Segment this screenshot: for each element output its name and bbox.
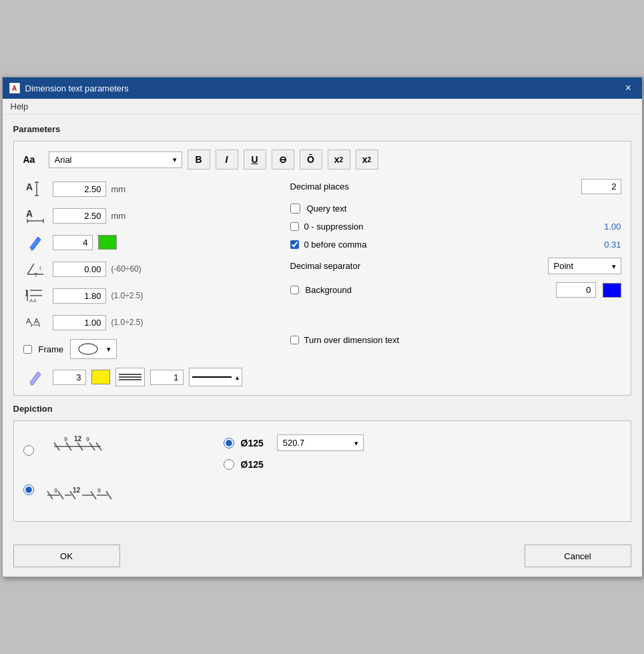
width-input[interactable] — [53, 208, 106, 224]
depiction-radio-3[interactable] — [224, 438, 234, 448]
pen-row — [23, 232, 277, 252]
depiction-left: 9 12 9 — [23, 434, 210, 513]
decimal-places-input[interactable] — [581, 179, 621, 194]
depiction-title: Depiction — [13, 404, 631, 414]
svg-point-25 — [79, 344, 97, 354]
background-checkbox[interactable] — [290, 286, 299, 294]
char-spacing-input[interactable] — [53, 315, 106, 330]
query-text-checkbox[interactable] — [290, 204, 300, 214]
overline-button[interactable]: Ō — [300, 149, 322, 170]
angle-icon: T I — [23, 259, 47, 279]
svg-text:9: 9 — [97, 487, 101, 494]
pen2-icon — [23, 367, 47, 387]
svg-line-9 — [27, 264, 34, 274]
depiction-right-row-2: Ø125 — [224, 459, 621, 470]
frame-shape-select[interactable]: ▾ — [70, 339, 117, 359]
background-row: Background — [290, 282, 621, 298]
depiction-right: Ø125 520.7 100.0 250.0 Ø125 — [224, 434, 621, 513]
line-spacing-range: (1.0÷2.5) — [111, 291, 143, 300]
decimal-separator-wrap: Point Comma — [548, 258, 621, 274]
depiction-row-2: 9 12 — [23, 474, 210, 505]
decimal-separator-select[interactable]: Point Comma — [548, 258, 621, 274]
depiction-radio-4[interactable] — [224, 459, 234, 470]
line-spacing-row: A A (1.0÷2.5) — [23, 286, 277, 306]
depiction-dia-symbol-1: Ø125 — [241, 438, 264, 448]
toolbar-line-count[interactable] — [150, 370, 184, 385]
svg-text:9: 9 — [54, 487, 57, 494]
cancel-button[interactable]: Cancel — [525, 545, 631, 567]
bold-button[interactable]: B — [188, 149, 210, 170]
svg-text:12: 12 — [73, 486, 81, 494]
zero-suppression-checkbox[interactable] — [290, 222, 299, 231]
query-text-row: Query text — [290, 204, 621, 214]
height-row: A mm — [23, 179, 277, 199]
frame-checkbox[interactable] — [23, 345, 32, 354]
toolbar-row: ▴ — [23, 367, 277, 387]
svg-text:I: I — [39, 265, 41, 272]
line-pattern-icon[interactable] — [115, 368, 145, 386]
angle-input[interactable] — [53, 262, 106, 277]
background-value-input[interactable] — [556, 282, 596, 298]
zero-suppression-label[interactable]: 0 - suppression — [304, 222, 364, 232]
main-grid: A mm A — [23, 179, 621, 387]
height-input[interactable] — [53, 182, 106, 197]
line-spacing-input[interactable] — [53, 288, 106, 304]
zero-before-comma-row: 0 before comma 0.31 — [290, 240, 621, 250]
decimal-separator-label: Decimal separator — [290, 261, 361, 271]
superscript-button[interactable]: x2 — [356, 149, 378, 170]
width-unit: mm — [111, 211, 131, 221]
title-bar: A Dimension text parameters × — [3, 77, 642, 99]
zero-suppression-row: 0 - suppression 1.00 — [290, 222, 621, 232]
dialog-window: A Dimension text parameters × Help Param… — [2, 77, 643, 577]
font-select[interactable]: Arial Times New Roman Courier New — [49, 151, 182, 168]
help-menu[interactable]: Help — [11, 101, 29, 111]
query-text-label[interactable]: Query text — [307, 204, 347, 214]
depiction-value-select[interactable]: 520.7 100.0 250.0 — [277, 434, 364, 451]
angle-row: T I (-60÷60) — [23, 259, 277, 279]
subscript-button[interactable]: x2 — [328, 149, 350, 170]
depiction-value-wrap: 520.7 100.0 250.0 — [277, 434, 364, 451]
background-label[interactable]: Background — [306, 285, 352, 295]
frame-row: Frame ▾ — [23, 339, 277, 359]
line-spacing-icon: A A — [23, 286, 47, 306]
left-column: A mm A — [23, 179, 277, 387]
svg-text:A: A — [26, 317, 31, 325]
pen-input[interactable] — [53, 235, 93, 250]
svg-text:A: A — [26, 208, 33, 219]
decimal-places-label: Decimal places — [290, 182, 349, 192]
svg-text:A: A — [26, 182, 33, 192]
close-button[interactable]: × — [622, 81, 635, 95]
height-unit: mm — [111, 184, 131, 194]
svg-text:A: A — [34, 317, 39, 325]
underline-button[interactable]: U — [244, 149, 266, 170]
frame-label[interactable]: Frame — [39, 344, 64, 354]
zero-before-comma-checkbox[interactable] — [290, 240, 299, 249]
background-color-swatch[interactable] — [603, 283, 621, 298]
zero-before-comma-label[interactable]: 0 before comma — [304, 240, 367, 250]
svg-text:12: 12 — [74, 435, 82, 442]
depiction-radio-2[interactable] — [23, 484, 34, 495]
toolbar-pen-input[interactable] — [53, 370, 86, 385]
depiction-label-1[interactable]: 9 12 9 — [41, 434, 121, 466]
svg-text:A: A — [33, 298, 37, 303]
font-label: Aa — [23, 154, 43, 165]
depiction-radio-1[interactable] — [23, 445, 34, 456]
zero-before-comma-value: 0.31 — [604, 240, 621, 250]
height-icon: A — [23, 179, 47, 199]
app-icon: A — [9, 83, 20, 93]
turnover-checkbox[interactable] — [290, 336, 299, 344]
ok-button[interactable]: OK — [13, 545, 120, 567]
char-spacing-icon: A A — [23, 312, 47, 332]
depiction-label-2[interactable]: 9 12 — [41, 474, 134, 505]
turnover-label[interactable]: Turn over dimension text — [304, 335, 400, 345]
strikethrough-button[interactable]: ⊖ — [272, 149, 294, 170]
line-style-select[interactable]: ▴ — [189, 368, 242, 386]
width-row: A mm — [23, 206, 277, 226]
dialog-title: Dimension text parameters — [25, 83, 129, 93]
angle-range: (-60÷60) — [111, 264, 141, 274]
depiction-grid: 9 12 9 — [23, 434, 621, 513]
toolbar-color-swatch[interactable] — [91, 370, 110, 384]
svg-text:T: T — [34, 272, 38, 278]
italic-button[interactable]: I — [216, 149, 238, 170]
pen-color-swatch[interactable] — [98, 235, 117, 250]
